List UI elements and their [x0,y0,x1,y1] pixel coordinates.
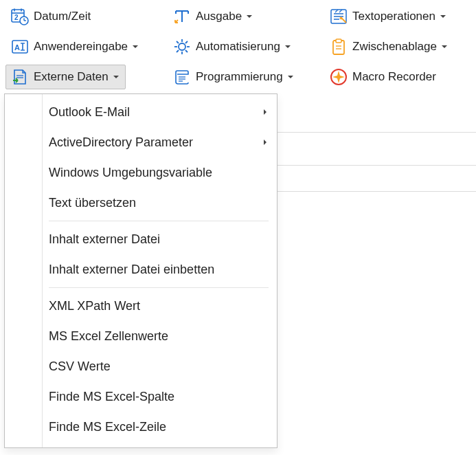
chevron-down-icon [440,42,449,52]
svg-text:A: A [14,43,20,52]
macro-recorder-icon [329,67,348,87]
divider [277,165,476,166]
clipboard-label: Zwischenablage [352,40,437,54]
external-data-menu: Outlook E-Mail ActiveDirectory Parameter… [4,93,277,448]
ribbon-row-2: A Anwendereingabe [5,34,471,59]
menu-item-label: Inhalt externer Datei [49,232,160,247]
divider [277,191,476,192]
svg-rect-25 [336,39,341,43]
menu-item-external-file[interactable]: Inhalt externer Datei [5,224,277,254]
menu-item-envvar[interactable]: Windows Umgebungsvariable [5,157,277,188]
macro-recorder-button[interactable]: Macro Recorder [324,65,441,89]
text-operations-icon [329,7,348,26]
menu-item-label: Windows Umgebungsvariable [49,166,212,180]
chevron-down-icon [131,42,140,52]
menu-item-label: Finde MS Excel-Spalte [49,390,174,404]
divider [277,132,476,133]
menu-item-translate[interactable]: Text übersetzen [5,188,277,218]
svg-text:2: 2 [14,14,19,21]
menu-item-find-excel-row[interactable]: Finde MS Excel-Zeile [5,412,277,442]
userinput-button[interactable]: A Anwendereingabe [5,34,145,59]
automation-label: Automatisierung [196,40,280,54]
menu-item-csv[interactable]: CSV Werte [5,351,277,381]
svg-line-23 [177,50,179,52]
gear-icon [172,37,192,56]
chevron-down-icon [245,12,254,21]
chevron-down-icon [111,72,121,82]
chevron-down-icon [283,42,293,52]
menu-item-label: MS Excel Zellenwerte [49,329,168,344]
datetime-button[interactable]: 2 Datum/Zeit [5,4,95,29]
external-data-label: Externe Daten [34,70,109,84]
calendar-clock-icon: 2 [10,7,30,26]
chevron-down-icon [286,72,295,82]
script-icon [172,67,192,87]
svg-point-15 [179,43,185,50]
menu-item-label: Text übersetzen [49,196,136,210]
menu-item-activedirectory[interactable]: ActiveDirectory Parameter [5,127,277,157]
output-label: Ausgabe [196,10,242,23]
svg-line-20 [177,41,179,43]
output-button[interactable]: Ausgabe [168,4,259,29]
menu-item-external-file-embed[interactable]: Inhalt externer Datei einbetten [5,254,277,285]
menu-separator [49,287,269,288]
clipboard-button[interactable]: Zwischenablage [324,34,454,59]
svg-line-21 [185,50,188,52]
chevron-right-icon [260,107,270,117]
textops-label: Textoperationen [352,10,435,23]
menu-item-label: Outlook E-Mail [49,105,130,120]
ribbon-row-3: Externe Daten Programmierung [5,65,471,89]
svg-line-22 [185,41,188,43]
menu-item-label: XML XPath Wert [49,299,140,313]
menu-item-label: ActiveDirectory Parameter [49,135,193,150]
automation-button[interactable]: Automatisierung [168,34,297,59]
text-output-icon [172,7,192,26]
programming-button[interactable]: Programmierung [168,65,300,89]
menu-item-label: Inhalt externer Datei einbetten [49,263,214,277]
ribbon: 2 Datum/Zeit Ausgabe [0,0,476,92]
user-input-icon: A [10,37,30,56]
menu-item-xml-xpath[interactable]: XML XPath Wert [5,291,277,321]
external-data-button[interactable]: Externe Daten [5,65,126,89]
menu-item-label: CSV Werte [49,359,111,374]
external-document-icon [10,67,30,87]
clipboard-icon [329,37,348,56]
programming-label: Programmierung [196,70,283,84]
menu-separator [49,221,269,221]
macro-recorder-label: Macro Recorder [352,70,436,84]
menu-item-label: Finde MS Excel-Zeile [49,420,166,434]
menu-item-outlook[interactable]: Outlook E-Mail [5,97,277,127]
chevron-right-icon [260,137,270,147]
textops-button[interactable]: Textoperationen [324,4,453,29]
menu-item-excel-cells[interactable]: MS Excel Zellenwerte [5,321,277,351]
menu-item-find-excel-col[interactable]: Finde MS Excel-Spalte [5,381,277,412]
datetime-label: Datum/Zeit [34,10,91,23]
chevron-down-icon [438,12,448,21]
userinput-label: Anwendereingabe [34,40,128,54]
ribbon-row-1: 2 Datum/Zeit Ausgabe [5,4,471,29]
